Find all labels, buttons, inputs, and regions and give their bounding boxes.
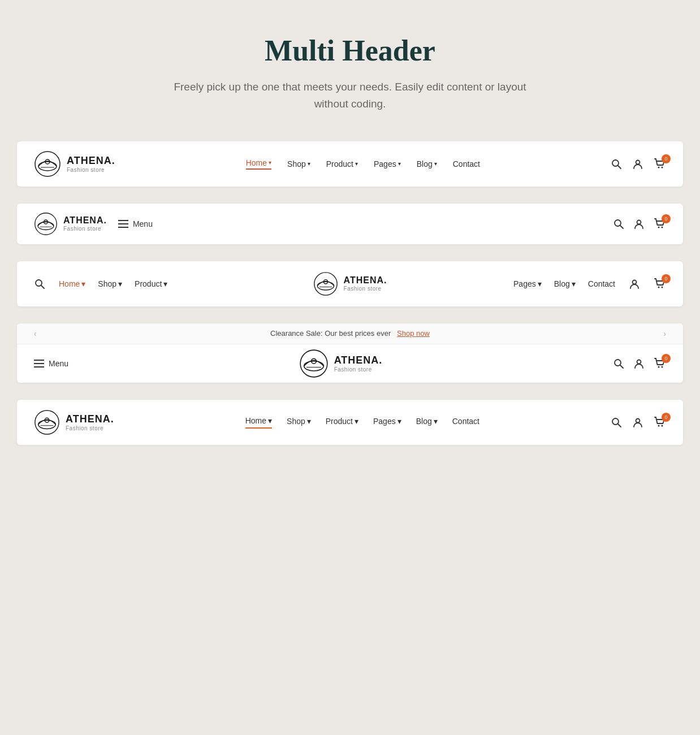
hamburger-icon-4: [34, 360, 44, 368]
cart-badge-5: 0: [662, 413, 671, 422]
nav-item-product-5[interactable]: Product ▾: [326, 417, 358, 428]
account-button-5[interactable]: [632, 417, 643, 428]
logo-icon-4: [299, 349, 329, 378]
logo-tagline-5: Fashion store: [66, 425, 114, 431]
logo-5[interactable]: ATHENA. Fashion store: [34, 409, 114, 435]
logo-name-2: ATHENA.: [63, 215, 107, 226]
svg-point-15: [637, 220, 641, 224]
nav-menu-3-left: Home ▾ Shop ▾ Product ▾: [59, 279, 167, 288]
header-1: ATHENA. Fashion store Home ▾ Shop ▾ Prod…: [17, 141, 683, 187]
header-icons-1: 0: [611, 158, 666, 170]
nav-item-product-1[interactable]: Product ▾: [326, 159, 358, 168]
header4-nav: Menu ATHENA. Fashion store: [17, 344, 683, 383]
nav-item-shop-3[interactable]: Shop ▾: [98, 279, 122, 288]
hamburger-menu-2[interactable]: Menu: [118, 219, 153, 228]
cart-badge-4: 0: [662, 354, 671, 363]
search-icon-1: [611, 158, 622, 170]
svg-point-28: [304, 361, 323, 370]
search-button-3[interactable]: [34, 278, 45, 289]
search-icon-4: [613, 358, 624, 369]
cart-button-2[interactable]: 0: [654, 218, 666, 230]
logo-1[interactable]: ATHENA. Fashion store: [34, 150, 115, 178]
svg-point-4: [612, 160, 619, 166]
announcement-text: Clearance Sale: Our best prices ever: [270, 329, 391, 338]
nav-item-home-1[interactable]: Home ▾: [246, 158, 271, 170]
svg-point-42: [636, 418, 640, 422]
nav-item-contact-5[interactable]: Contact: [452, 417, 479, 428]
header3-left: Home ▾ Shop ▾ Product ▾: [34, 278, 302, 289]
announcement-prev[interactable]: ‹: [34, 329, 37, 338]
search-button-2[interactable]: [613, 218, 624, 230]
shop-now-link[interactable]: Shop now: [397, 329, 430, 338]
logo-tagline-4: Fashion store: [334, 366, 383, 373]
svg-point-6: [636, 160, 640, 164]
hamburger-menu-4[interactable]: Menu: [34, 359, 68, 368]
cart-button-3[interactable]: 0: [654, 278, 666, 290]
svg-line-32: [620, 365, 623, 368]
nav-item-shop-5[interactable]: Shop ▾: [287, 417, 311, 428]
logo-4[interactable]: ATHENA. Fashion store: [68, 349, 613, 378]
nav-item-blog-1[interactable]: Blog ▾: [417, 159, 437, 168]
nav-menu-1: Home ▾ Shop ▾ Product ▾ Pages ▾ Blog ▾ C…: [246, 158, 480, 170]
svg-point-26: [662, 286, 663, 288]
svg-point-1: [38, 162, 57, 171]
nav-item-contact-3[interactable]: Contact: [588, 279, 615, 288]
account-icon-1: [632, 158, 643, 170]
logo-icon-3: [313, 271, 338, 296]
svg-point-10: [38, 222, 54, 230]
cart-badge-3: 0: [662, 274, 671, 283]
account-icon-3: [629, 278, 640, 289]
cart-button-1[interactable]: 0: [654, 158, 666, 170]
search-button-5[interactable]: [611, 417, 622, 428]
nav-item-blog-5[interactable]: Blog ▾: [416, 417, 438, 428]
account-button-2[interactable]: [633, 218, 645, 230]
menu-label-4: Menu: [49, 359, 68, 368]
logo-name-5: ATHENA.: [66, 413, 114, 425]
header3-right: Pages ▾ Blog ▾ Contact 0: [398, 278, 666, 290]
search-icon-3: [34, 278, 45, 289]
svg-point-25: [658, 286, 660, 288]
announcement-next[interactable]: ›: [663, 329, 666, 338]
svg-point-17: [662, 226, 663, 228]
nav-item-home-3[interactable]: Home ▾: [59, 279, 85, 288]
nav-item-blog-3[interactable]: Blog ▾: [554, 279, 576, 288]
logo-name-1: ATHENA.: [67, 155, 115, 167]
logo-2[interactable]: ATHENA. Fashion store: [34, 212, 107, 236]
cart-badge-2: 0: [662, 214, 671, 223]
header-3: Home ▾ Shop ▾ Product ▾ ATHENA. Fashion …: [17, 261, 683, 306]
svg-point-44: [662, 425, 663, 426]
nav-item-pages-3[interactable]: Pages ▾: [513, 279, 542, 288]
cart-button-5[interactable]: 0: [654, 416, 666, 429]
header-4: ‹ Clearance Sale: Our best prices ever S…: [17, 323, 683, 383]
svg-point-7: [658, 166, 660, 168]
svg-point-35: [662, 366, 663, 368]
search-icon-2: [613, 218, 624, 230]
nav-item-home-5[interactable]: Home ▾: [245, 416, 272, 429]
nav-item-pages-1[interactable]: Pages ▾: [374, 159, 401, 168]
cart-button-4[interactable]: 0: [654, 357, 666, 370]
svg-point-16: [658, 226, 660, 228]
account-button-1[interactable]: [632, 158, 643, 170]
svg-point-21: [317, 282, 334, 290]
logo-tagline-1: Fashion store: [67, 167, 115, 173]
nav-item-shop-1[interactable]: Shop ▾: [287, 159, 310, 168]
search-button-4[interactable]: [613, 358, 624, 369]
search-button-1[interactable]: [611, 158, 622, 170]
svg-point-37: [38, 420, 56, 429]
logo-3[interactable]: ATHENA. Fashion store: [313, 271, 387, 296]
header-icons-2: 0: [613, 218, 666, 230]
account-button-3[interactable]: [629, 278, 640, 289]
logo-tagline-3: Fashion store: [344, 286, 387, 292]
svg-point-31: [615, 360, 621, 366]
svg-point-33: [637, 360, 641, 364]
logo-icon-5: [34, 409, 60, 435]
account-button-4[interactable]: [633, 358, 645, 369]
header-icons-5: 0: [611, 416, 666, 429]
header-icons-4: 0: [613, 357, 666, 370]
nav-item-pages-5[interactable]: Pages ▾: [373, 417, 401, 428]
nav-item-product-3[interactable]: Product ▾: [135, 279, 167, 288]
svg-point-43: [658, 425, 660, 426]
svg-point-18: [36, 280, 42, 286]
announcement-bar: ‹ Clearance Sale: Our best prices ever S…: [17, 323, 683, 344]
nav-item-contact-1[interactable]: Contact: [453, 159, 480, 168]
